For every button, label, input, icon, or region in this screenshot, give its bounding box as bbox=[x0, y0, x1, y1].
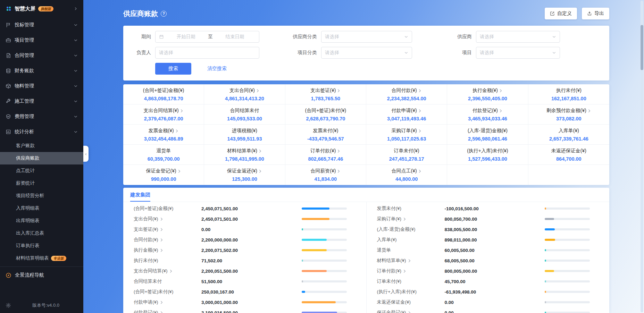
sidebar-subitem[interactable]: 入库明细表 bbox=[0, 202, 83, 214]
stat-label: 合同点工(¥) bbox=[392, 168, 417, 174]
settings-gear-icon[interactable] bbox=[6, 303, 11, 308]
drilldown-arrow-icon[interactable] bbox=[160, 228, 164, 231]
manager-label: 负责人 bbox=[131, 50, 151, 56]
drilldown-arrow-icon[interactable] bbox=[180, 109, 184, 113]
drilldown-arrow-icon[interactable] bbox=[258, 169, 262, 173]
drilldown-arrow-icon[interactable] bbox=[587, 109, 591, 113]
sidebar-subitem[interactable]: 订单执行表 bbox=[0, 239, 83, 252]
drilldown-arrow-icon[interactable] bbox=[418, 129, 422, 133]
finance-accounts-icon bbox=[6, 68, 11, 74]
drilldown-arrow-icon[interactable] bbox=[175, 129, 179, 133]
drilldown-arrow-icon[interactable] bbox=[256, 89, 260, 93]
sidebar-subitem[interactable]: 薪资统计 bbox=[0, 177, 83, 189]
date-range-input[interactable]: 开始日期 至 结束日期 bbox=[155, 31, 259, 43]
sidebar-subitem[interactable]: 点工统计 bbox=[0, 164, 83, 177]
drilldown-arrow-icon[interactable] bbox=[418, 169, 422, 173]
sidebar-item[interactable]: 项目管理 bbox=[0, 33, 83, 48]
project-select[interactable]: 请选择 bbox=[476, 47, 560, 59]
stat-value: 2,628,673,790.70 bbox=[287, 116, 364, 121]
group-name-tab[interactable]: 建发集团 bbox=[130, 192, 150, 202]
drilldown-arrow-icon[interactable] bbox=[258, 149, 262, 153]
sidebar-subitem[interactable]: 客户账款 bbox=[0, 139, 83, 152]
supplier-category-select[interactable]: 请选择 bbox=[321, 31, 412, 43]
start-date-placeholder: 开始日期 bbox=[165, 34, 207, 40]
chevron-down-icon bbox=[74, 53, 78, 58]
sidebar-item[interactable]: 财务账款 bbox=[0, 63, 83, 78]
drilldown-arrow-icon[interactable] bbox=[408, 259, 411, 263]
drilldown-arrow-icon[interactable] bbox=[418, 89, 422, 93]
drilldown-arrow-icon[interactable] bbox=[499, 109, 503, 113]
project-category-select[interactable]: 请选择 bbox=[321, 47, 412, 59]
bar-fill bbox=[545, 249, 546, 251]
detail-label: 支出签证(¥) bbox=[134, 226, 158, 232]
scrollbar-track[interactable] bbox=[641, 1, 643, 312]
stat-value: 2,657,339,761.46 bbox=[530, 136, 607, 142]
drilldown-arrow-icon[interactable] bbox=[403, 217, 407, 221]
drilldown-arrow-icon[interactable] bbox=[160, 217, 164, 221]
supplier-category-label: 供应商分类 bbox=[284, 34, 317, 40]
materials-management-icon bbox=[6, 83, 11, 89]
detail-row: 未返还保证金(¥) 0.00 bbox=[367, 297, 610, 307]
sidebar-item[interactable]: 合同管理 bbox=[0, 48, 83, 63]
construction-management-icon bbox=[6, 99, 11, 104]
export-button[interactable]: 导出 bbox=[582, 8, 609, 19]
drilldown-arrow-icon[interactable] bbox=[403, 269, 407, 273]
bar-track bbox=[302, 228, 347, 230]
sidebar-subitem[interactable]: 材料结算明细表 专业版 bbox=[0, 252, 83, 264]
drilldown-arrow-icon[interactable] bbox=[160, 301, 164, 304]
chevron-down-icon bbox=[74, 99, 78, 103]
bar-fill bbox=[302, 239, 327, 241]
detail-value: 45,700.00 bbox=[445, 279, 545, 284]
detail-value: 2,200,051,500.00 bbox=[201, 269, 302, 274]
drilldown-arrow-icon[interactable] bbox=[169, 269, 173, 273]
drilldown-arrow-icon[interactable] bbox=[408, 311, 411, 313]
bar-track bbox=[545, 239, 590, 241]
chevron-down-icon bbox=[404, 51, 408, 55]
help-icon[interactable]: ? bbox=[161, 11, 167, 17]
sidebar-subitem[interactable]: 项目经营分析 bbox=[0, 189, 83, 202]
summary-stat-cell: 保证金返还(¥) 125,300.00 bbox=[204, 165, 285, 185]
drilldown-arrow-icon[interactable] bbox=[177, 169, 181, 173]
search-button[interactable]: 搜索 bbox=[155, 63, 191, 75]
sidebar-subitem[interactable]: 出库明细表 bbox=[0, 214, 83, 227]
drilldown-arrow-icon[interactable] bbox=[160, 248, 164, 252]
detail-row: 采购订单(¥) 800,050,700.00 bbox=[367, 214, 610, 224]
drilldown-arrow-icon[interactable] bbox=[418, 109, 422, 113]
stat-value: 802,665,747.46 bbox=[287, 156, 364, 162]
manager-input[interactable]: 请选择 bbox=[155, 47, 259, 59]
sidebar-subitem-label: 出入库汇总表 bbox=[16, 230, 44, 236]
sidebar-divider bbox=[0, 267, 83, 267]
sidebar-subitem[interactable]: 供应商账款 bbox=[0, 152, 83, 164]
sidebar-item[interactable]: 费用管理 bbox=[0, 109, 83, 124]
detail-value: 800,005,000.00 bbox=[445, 269, 545, 274]
clear-search-link[interactable]: 清空搜索 bbox=[207, 66, 227, 72]
customize-button[interactable]: 自定义 bbox=[545, 8, 577, 19]
sidebar-item-smart-screen[interactable]: 智慧大屏 旗舰版 bbox=[0, 0, 83, 17]
bar-fill bbox=[545, 301, 546, 303]
drilldown-arrow-icon[interactable] bbox=[337, 89, 341, 93]
drilldown-arrow-icon[interactable] bbox=[337, 149, 341, 153]
sidebar-item[interactable]: 物料管理 bbox=[0, 78, 83, 94]
sidebar-subitem[interactable]: 出入库汇总表 bbox=[0, 227, 83, 239]
summary-stats-grid: (合同+签证)金额(¥) 4,863,098,178.70 支出合同(¥) 4,… bbox=[123, 84, 609, 185]
stat-label: 合同结算未付 bbox=[230, 108, 259, 114]
sidebar-item[interactable]: 投标管理 bbox=[0, 17, 83, 33]
drilldown-arrow-icon[interactable] bbox=[160, 311, 164, 313]
bar-fill bbox=[302, 228, 303, 230]
supplier-select[interactable]: 请选择 bbox=[476, 31, 560, 43]
sidebar-item-panorama-nav[interactable]: 全景流程导航 bbox=[0, 268, 83, 283]
sidebar-item[interactable]: 统计分析 bbox=[0, 124, 83, 139]
detail-row: 合同付款(¥) 2,200,000,000.00 bbox=[123, 235, 366, 245]
drilldown-arrow-icon[interactable] bbox=[499, 89, 503, 93]
sidebar-item[interactable]: 施工管理 bbox=[0, 94, 83, 109]
detail-label: 执行未付(¥) bbox=[134, 257, 158, 264]
drilldown-arrow-icon[interactable] bbox=[337, 169, 341, 173]
detail-value: 3,000,001,000.00 bbox=[201, 300, 302, 305]
detail-row: (执行+入库)未付(¥) -61,939,498.00 bbox=[367, 287, 610, 297]
scrollbar-thumb[interactable] bbox=[641, 25, 643, 70]
bar-track bbox=[545, 228, 590, 230]
bar-track bbox=[302, 280, 347, 282]
drilldown-arrow-icon[interactable] bbox=[160, 238, 164, 242]
sidebar-collapse-handle[interactable]: ‹ bbox=[83, 146, 89, 162]
sidebar-item-label: 投标管理 bbox=[15, 22, 34, 28]
